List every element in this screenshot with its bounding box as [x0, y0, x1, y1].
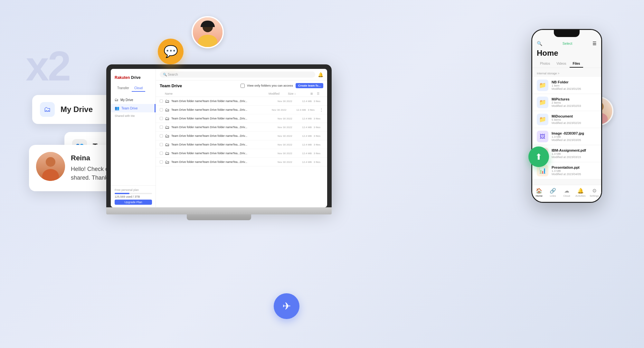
send-button[interactable]: ✈: [274, 293, 299, 319]
search-bar[interactable]: 🔍 Search: [160, 71, 315, 78]
file-meta: 2 items: [552, 101, 597, 104]
sidebar-item-teamdrive[interactable]: 👥 Team Drive: [111, 104, 156, 112]
file-count: 3 files: [314, 161, 323, 164]
view-options-toggle[interactable]: View only folders you can access: [241, 84, 293, 88]
file-date: Modified at 2023/03/15: [552, 155, 597, 159]
file-checkbox[interactable]: [160, 108, 163, 111]
table-row[interactable]: 🗂 Team Drive folder nameTeam Drive folde…: [156, 114, 327, 123]
folder-icon: 🗂: [165, 151, 169, 156]
list-item[interactable]: 🖼 Image -0230307.jpg 1.3 MB Modified at …: [532, 128, 601, 145]
file-checkbox[interactable]: [160, 143, 163, 146]
home-icon: 🏠: [536, 188, 542, 194]
avatar: [36, 152, 65, 181]
folder-icon: 🗂: [165, 99, 169, 104]
chat-bubble-button[interactable]: 💬: [158, 39, 184, 64]
laptop-base: [106, 207, 332, 214]
storage-bar: [115, 193, 152, 194]
upgrade-button[interactable]: Upgrade Plan: [115, 200, 152, 205]
file-count: 3 files: [314, 100, 323, 103]
file-info: MiDocument 5 items Modified at 2023/02/2…: [552, 114, 597, 125]
laptop-screen: Rakuten Drive Transfer Cloud 🗂 My Drive …: [111, 69, 327, 207]
table-row[interactable]: 🗂 Team Drive folder nameTeam Drive folde…: [156, 149, 327, 158]
file-checkbox[interactable]: [160, 134, 163, 137]
sidebar-item-shared[interactable]: Shared with Me: [111, 112, 156, 119]
view-options-label: View only folders you can access: [247, 84, 293, 87]
file-checkbox[interactable]: [160, 152, 163, 155]
file-count: 3 files: [314, 126, 323, 129]
phone-nav-settings[interactable]: ⚙ Settings: [587, 188, 601, 197]
avatar-top-center: [192, 16, 224, 48]
file-name: MiPictures: [552, 97, 597, 101]
table-row[interactable]: 🗂 Team Drive folder nameTeam Drive folde…: [156, 106, 327, 114]
col-files: [301, 92, 310, 95]
file-list-header: Name Modified Size ↕ ⊞ ☰: [156, 91, 327, 97]
tab-photos[interactable]: Photos: [537, 60, 553, 68]
file-checkbox[interactable]: [160, 160, 163, 164]
phone-breadcrumb[interactable]: Internal storage >: [532, 71, 601, 77]
file-checkbox[interactable]: [160, 99, 163, 103]
file-date: Nov 30 2022: [278, 152, 297, 155]
phone-nav-links[interactable]: 🔗 Links: [546, 188, 560, 197]
file-count: 3 files: [314, 117, 323, 120]
file-name: Image -0230307.jpg: [552, 131, 597, 135]
create-team-folder-button[interactable]: Create team fo...: [296, 83, 323, 88]
storage-text: 125,569 used / 3TB: [115, 195, 152, 198]
file-size: 12.4 MB: [293, 108, 306, 111]
sidebar-item-mydrive[interactable]: 🗂 My Drive: [111, 96, 156, 104]
folder-icon: 🗂: [115, 98, 118, 102]
list-item[interactable]: 📁 MiDocument 5 items Modified at 2023/02…: [532, 111, 601, 128]
folder-icon: 🗂: [165, 107, 169, 112]
table-row[interactable]: 🗂 Team Drive folder nameTeam Drive folde…: [156, 123, 327, 132]
table-row[interactable]: 🗂 Team Drive folder nameTeam Drive folde…: [156, 158, 327, 166]
my-drive-label: My Drive: [61, 105, 93, 114]
laptop: Rakuten Drive Transfer Cloud 🗂 My Drive …: [106, 64, 332, 220]
sidebar-mydrive-label: My Drive: [120, 98, 133, 102]
tab-transfer[interactable]: Transfer: [115, 85, 132, 92]
phone-search-icon[interactable]: 🔍: [537, 41, 542, 46]
file-checkbox[interactable]: [160, 117, 163, 120]
file-checkbox[interactable]: [160, 126, 163, 129]
file-info: IBM-Assignment.pdf 1.3 MB Modified at 20…: [552, 148, 597, 159]
folder-icon: 🗂: [165, 159, 169, 165]
folder-icon: 🗂: [165, 142, 169, 147]
phone-menu-icon[interactable]: ☰: [592, 41, 597, 46]
file-date: Nov 30 2022: [278, 117, 297, 120]
phone-select-button[interactable]: Select: [563, 42, 573, 45]
laptop-stand: [187, 214, 251, 220]
phone-nav-settings-label: Settings: [590, 194, 599, 197]
cloud-icon: ☁: [564, 188, 569, 194]
upload-button[interactable]: ⬆: [528, 146, 549, 167]
phone-title: Home: [532, 47, 601, 60]
file-date: Modified at 2023/04/05: [552, 173, 597, 176]
file-name: Team Drive folder nameTeam Drive folder …: [171, 99, 276, 103]
file-meta: 5 items: [552, 118, 597, 121]
send-icon: ✈: [282, 300, 291, 312]
tab-videos[interactable]: Videos: [553, 60, 569, 68]
col-name: Name: [165, 92, 269, 95]
tab-files[interactable]: Files: [570, 60, 583, 68]
file-size: 12.4 MB: [299, 100, 312, 103]
file-count: 3 files: [314, 143, 323, 146]
list-toggle[interactable]: ☰: [317, 92, 323, 95]
phone-nav-cloud[interactable]: ☁ Cloud: [560, 188, 574, 197]
table-row[interactable]: 🗂 Team Drive folder nameTeam Drive folde…: [156, 97, 327, 106]
tab-cloud[interactable]: Cloud: [132, 85, 145, 92]
notification-icon[interactable]: 🔔: [318, 72, 323, 77]
phone-nav-cloud-label: Cloud: [564, 194, 570, 197]
phone-nav-activities[interactable]: 🔔 Activities: [573, 188, 587, 197]
file-date: Modified at 2023/02/03: [552, 104, 597, 108]
storage-plan-label: Free personal plan: [115, 188, 152, 192]
table-row[interactable]: 🗂 Team Drive folder nameTeam Drive folde…: [156, 140, 327, 149]
list-item[interactable]: 📁 NB Folder 1 item Modified at 2023/01/0…: [532, 77, 601, 94]
file-date: Nov 30 2022: [278, 161, 297, 164]
file-name: Team Drive folder nameTeam Drive folder …: [171, 152, 276, 155]
phone-screen: 🔍 Select ☰ Home Photos Videos Files Inte…: [532, 30, 601, 202]
list-item[interactable]: 📁 MiPictures 2 items Modified at 2023/02…: [532, 94, 601, 111]
phone-nav-home[interactable]: 🏠 Home: [532, 188, 546, 197]
more-options-icon[interactable]: ⋮: [319, 108, 323, 112]
col-size: Size ↕: [288, 92, 301, 95]
file-date: Modified at 2023/01/05: [552, 87, 597, 90]
table-row[interactable]: 🗂 Team Drive folder nameTeam Drive folde…: [156, 132, 327, 140]
file-meta: 1.3 MB: [552, 135, 597, 138]
grid-toggle[interactable]: ⊞: [310, 92, 317, 95]
